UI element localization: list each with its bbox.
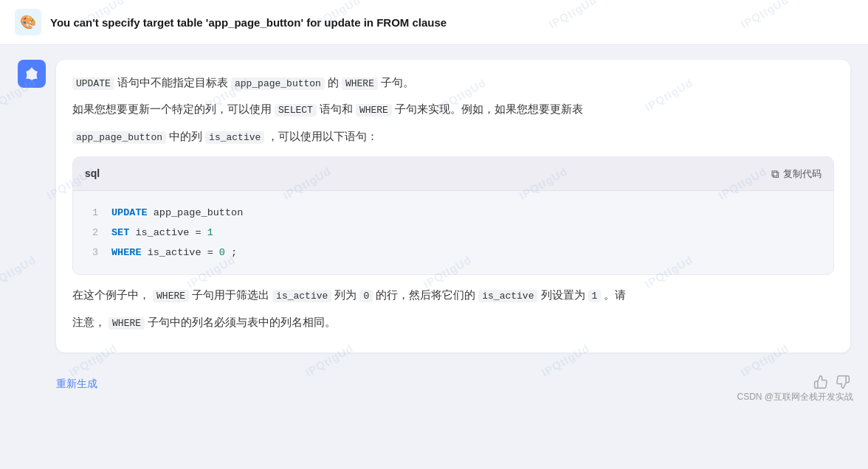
text-span: 在这个例子中， <box>72 289 150 301</box>
action-row: 重新生成 <box>18 367 850 396</box>
logo-icon: 🎨 <box>20 14 36 30</box>
text-line-1: UPDATE 语句中不能指定目标表 app_page_button 的 WHER… <box>72 73 834 92</box>
message-content: UPDATE 语句中不能指定目标表 app_page_button 的 WHER… <box>56 60 850 352</box>
code-text: is_active = <box>148 247 219 258</box>
code-content: SET is_active = 1 <box>111 223 213 243</box>
text-span: ，可以使用以下语句： <box>267 131 378 142</box>
text-span: 子句。 <box>381 77 414 88</box>
inline-code-zero: 0 <box>359 290 373 302</box>
inline-code-where: WHERE <box>342 77 378 90</box>
copy-label: 复制代码 <box>783 167 822 181</box>
inline-code-where4: WHERE <box>108 317 145 330</box>
line-number: 1 <box>88 203 98 223</box>
text-line-2: 如果您想要更新一个特定的列，可以使用 SELECT 语句和 WHERE 子句来实… <box>72 100 834 119</box>
text-span: 列为 <box>334 289 359 301</box>
message-block: UPDATE 语句中不能指定目标表 app_page_button 的 WHER… <box>18 60 850 352</box>
code-block: sql ⧉ 复制代码 1 UPDATE app_page_button <box>72 156 834 275</box>
inline-code-is-active3: is_active <box>478 290 537 302</box>
main-content: UPDATE 语句中不能指定目标表 app_page_button 的 WHER… <box>0 45 868 411</box>
text-span: 子句中的列名必须与表中的列名相同。 <box>148 316 336 328</box>
keyword-where: WHERE <box>111 247 142 258</box>
keyword-set: SET <box>111 227 129 238</box>
line-number: 2 <box>88 223 98 243</box>
text-span: 语句中不能指定目标表 <box>117 77 231 88</box>
text-span: 注意， <box>72 316 106 328</box>
text-line-3: app_page_button 中的列 is_active ，可以使用以下语句： <box>72 127 834 146</box>
copy-icon: ⧉ <box>771 167 779 181</box>
code-line-1: 1 UPDATE app_page_button <box>88 203 819 223</box>
text-span: 如果您想要更新一个特定的列，可以使用 <box>72 103 275 115</box>
text-span: 语句和 <box>320 103 356 115</box>
text-span: 子句来实现。例如，如果您想要更新表 <box>395 103 583 115</box>
copy-button[interactable]: ⧉ 复制代码 <box>771 167 822 181</box>
text-line-6: 注意， WHERE 子句中的列名必须与表中的列名相同。 <box>72 313 834 332</box>
inline-code-where2: WHERE <box>356 104 392 117</box>
inline-code-table2: app_page_button <box>72 131 166 144</box>
code-line-3: 3 WHERE is_active = 0 ; <box>88 243 819 263</box>
code-text: ; <box>231 247 237 258</box>
inline-code-select: SELECT <box>275 104 317 117</box>
code-body: 1 UPDATE app_page_button 2 SET is_active… <box>73 191 833 274</box>
code-text: app_page_button <box>154 207 244 218</box>
regenerate-button[interactable]: 重新生成 <box>56 378 97 391</box>
inline-code-where3: WHERE <box>153 290 189 302</box>
code-content: WHERE is_active = 0 ; <box>111 243 237 263</box>
code-number: 1 <box>207 227 213 238</box>
inline-code-table: app_page_button <box>231 77 325 90</box>
text-line-5: 在这个例子中， WHERE 子句用于筛选出 is_active 列为 0 的行，… <box>72 285 834 305</box>
text-span: 的 <box>328 77 342 88</box>
inline-code-is-active2: is_active <box>272 290 331 302</box>
text-span: 中的列 <box>169 131 205 142</box>
inline-code-is-active: is_active <box>205 131 264 144</box>
footer-credit: CSDN @互联网全栈开发实战 <box>737 391 853 403</box>
code-block-header: sql ⧉ 复制代码 <box>73 157 833 191</box>
text-span: 的行，然后将它们的 <box>376 289 478 301</box>
code-text: is_active = <box>135 227 207 238</box>
inline-code-update: UPDATE <box>72 77 114 90</box>
page-title: You can't specify target table 'app_page… <box>50 16 853 29</box>
header: 🎨 You can't specify target table 'app_pa… <box>0 0 868 45</box>
text-span: 列设置为 <box>541 289 588 301</box>
avatar <box>18 60 46 88</box>
code-number: 0 <box>219 247 225 258</box>
code-content: UPDATE app_page_button <box>111 203 243 223</box>
text-span: 子句用于筛选出 <box>192 289 272 301</box>
line-number: 3 <box>88 243 98 263</box>
code-line-2: 2 SET is_active = 1 <box>88 223 819 243</box>
inline-code-one: 1 <box>588 290 602 302</box>
code-language: sql <box>85 164 100 183</box>
logo: 🎨 <box>15 9 41 35</box>
text-span: 。请 <box>604 289 626 301</box>
keyword-update: UPDATE <box>111 207 148 218</box>
